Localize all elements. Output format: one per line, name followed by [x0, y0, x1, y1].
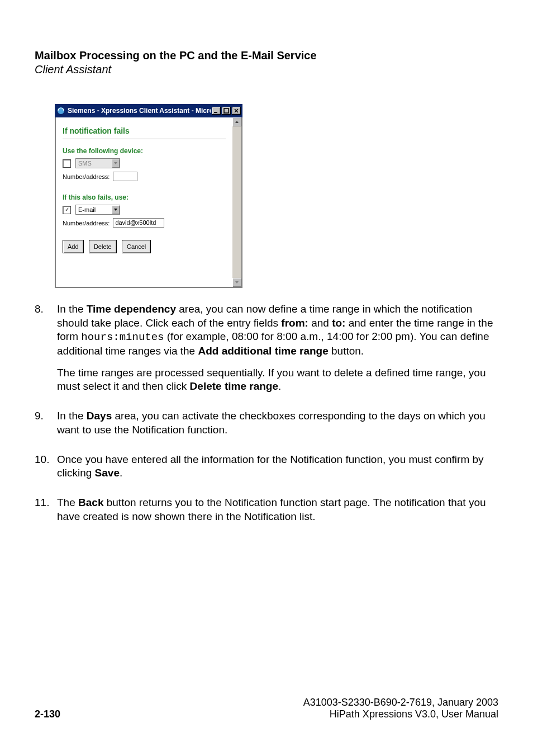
svg-marker-6 — [235, 281, 239, 284]
chevron-down-icon — [112, 159, 120, 168]
section1-select-value: SMS — [76, 160, 112, 167]
section2-select-value: E-mail — [76, 206, 112, 213]
item-number: 11. — [35, 496, 57, 531]
dialog-window: Siemens - Xpressions Client Assistant - … — [55, 104, 242, 288]
bold-back: Back — [78, 497, 103, 508]
item-number: 8. — [35, 303, 57, 401]
list-item-9: 9. In the Days area, you can activate th… — [35, 409, 498, 445]
list-item-10: 10. Once you have entered all the inform… — [35, 453, 498, 488]
section2-label: If this also fails, use: — [63, 193, 226, 201]
section1-checkbox[interactable] — [63, 159, 71, 168]
list-item-11: 11. The Back button returns you to the N… — [35, 496, 498, 531]
section2-addr-input[interactable]: david@x500ltd — [113, 218, 164, 228]
section1-label: Use the following device: — [63, 147, 226, 155]
bold-from: from: — [281, 317, 308, 329]
text: area, you can activate the checkboxes co… — [57, 410, 486, 436]
text: The — [57, 497, 78, 508]
doc-title-line: HiPath Xpressions V3.0, User Manual — [303, 708, 498, 720]
bold-add-additional-time-range: Add additional time range — [198, 345, 328, 357]
maximize-button[interactable] — [222, 107, 231, 115]
text: and — [308, 317, 332, 329]
bold-time-dependency: Time dependency — [87, 303, 176, 315]
cancel-button[interactable]: Cancel — [122, 240, 151, 253]
text: . — [120, 467, 122, 479]
delete-button[interactable]: Delete — [89, 240, 117, 253]
list-item-8: 8. In the Time dependency area, you can … — [35, 303, 498, 401]
add-button[interactable]: Add — [63, 240, 84, 253]
text: button. — [329, 345, 364, 357]
bold-save: Save — [95, 467, 120, 479]
scroll-up-icon[interactable] — [232, 117, 241, 126]
section1-device-select[interactable]: SMS — [75, 158, 120, 168]
text: In the — [57, 303, 87, 315]
doc-id-line: A31003-S2330-B690-2-7619, January 2003 — [303, 697, 498, 708]
svg-point-0 — [58, 107, 64, 114]
dialog-scrollbar[interactable] — [232, 117, 241, 287]
svg-rect-1 — [214, 112, 217, 113]
item-number: 10. — [35, 453, 57, 488]
section1-addr-label: Number/address: — [63, 173, 110, 180]
section2-device-select[interactable]: E-mail — [75, 205, 120, 215]
bold-to: to: — [332, 317, 345, 329]
scroll-down-icon[interactable] — [232, 278, 241, 287]
bold-delete-time-range: Delete time range — [190, 380, 278, 392]
section1-addr-input[interactable] — [113, 172, 137, 181]
bold-days: Days — [87, 410, 112, 422]
page-header-title: Mailbox Processing on the PC and the E-M… — [35, 49, 498, 62]
page-header-subtitle: Client Assistant — [35, 63, 498, 76]
svg-rect-2 — [224, 108, 229, 113]
section2-addr-label: Number/address: — [63, 220, 110, 226]
svg-marker-5 — [235, 121, 239, 123]
page-footer: 2-130 A31003-S2330-B690-2-7619, January … — [35, 697, 498, 720]
item-number: 9. — [35, 409, 57, 445]
dialog-title-text: Siemens - Xpressions Client Assistant - … — [68, 107, 211, 115]
text: . — [278, 380, 281, 392]
svg-marker-7 — [114, 162, 117, 164]
dialog-divider — [63, 139, 226, 139]
minimize-button[interactable] — [212, 107, 221, 115]
text: In the — [57, 410, 87, 422]
dialog-titlebar: Siemens - Xpressions Client Assistant - … — [55, 104, 242, 117]
dialog-heading: If notification fails — [63, 126, 226, 135]
text: button returns you to the Notification f… — [57, 497, 486, 522]
page-number: 2-130 — [35, 708, 60, 720]
ie-icon — [56, 106, 65, 115]
svg-marker-8 — [114, 209, 117, 211]
mono-hours-minutes: hours:minutes — [81, 331, 164, 343]
close-button[interactable] — [232, 107, 241, 115]
chevron-down-icon — [112, 205, 120, 214]
section2-checkbox[interactable] — [63, 206, 71, 214]
